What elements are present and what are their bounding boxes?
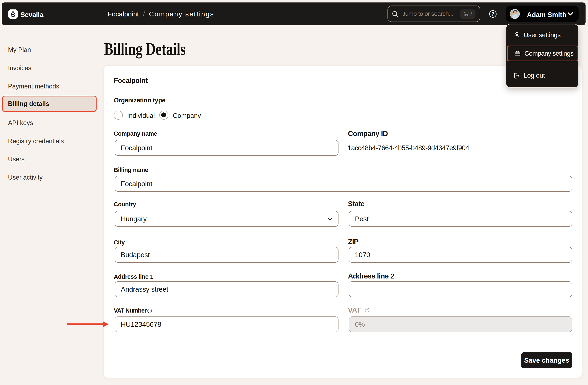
svg-text:?: ? (491, 11, 495, 17)
